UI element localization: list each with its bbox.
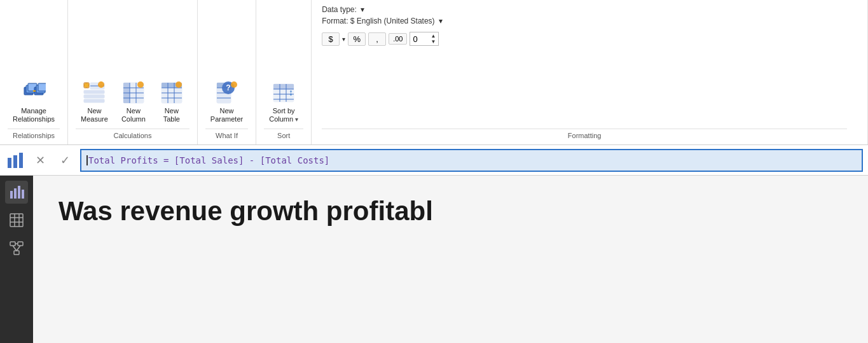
manage-relationships-icon xyxy=(21,80,46,106)
decimal-spinner[interactable]: ▲ ▼ xyxy=(431,33,436,45)
content-area: Was revenue growth profitabl xyxy=(33,176,868,343)
whatif-group-items: ? New Parameter xyxy=(205,5,248,126)
decimal-places-input[interactable] xyxy=(413,34,431,44)
formula-confirm-button[interactable]: ✓ xyxy=(55,151,75,170)
svg-rect-64 xyxy=(18,242,23,246)
manage-relationships-button[interactable]: Manage Relationships xyxy=(8,78,60,126)
new-table-label: New Table xyxy=(163,107,180,123)
relationships-group: Manage Relationships Relationships xyxy=(0,0,68,144)
decimal-button[interactable]: .00 xyxy=(389,33,407,45)
new-column-svg xyxy=(122,81,145,104)
dollar-button[interactable]: $ xyxy=(322,32,340,46)
svg-rect-65 xyxy=(14,251,19,255)
sort-dropdown-arrow-icon: ▾ xyxy=(295,116,298,123)
sort-group-label: Sort xyxy=(264,129,303,139)
percent-button[interactable]: % xyxy=(348,32,366,46)
data-type-row: Data type: ▾ xyxy=(322,5,442,14)
formula-input-area[interactable]: Total Profits = [Total Sales] - [Total C… xyxy=(80,149,863,172)
new-measure-label: New Measure xyxy=(81,107,108,123)
svg-rect-57 xyxy=(22,190,24,199)
manage-rel-svg xyxy=(22,81,46,105)
svg-rect-51 xyxy=(8,158,11,168)
sidebar-icon-report[interactable] xyxy=(5,181,28,204)
new-table-svg xyxy=(160,81,183,104)
manage-relationships-label: Manage Relationships xyxy=(13,107,55,123)
new-column-label: New Column xyxy=(121,107,146,123)
ribbon: Manage Relationships Relationships xyxy=(0,0,868,145)
new-param-l2: Parameter xyxy=(210,115,243,123)
svg-rect-54 xyxy=(10,191,13,199)
svg-point-26 xyxy=(137,81,144,88)
svg-rect-5 xyxy=(38,83,46,91)
data-type-dropdown[interactable]: ▾ xyxy=(361,5,364,14)
new-table-l2: Table xyxy=(163,115,180,123)
main-area: Was revenue growth profitabl xyxy=(0,176,868,343)
svg-rect-13 xyxy=(84,99,104,102)
sort-by-column-label: Sort by Column ▾ xyxy=(269,107,298,123)
decimal-places-box: ▲ ▼ xyxy=(410,32,439,46)
formula-cancel-button[interactable]: ✕ xyxy=(31,151,50,170)
whatif-group: ? New Parameter What If xyxy=(198,0,256,144)
format-dropdown-arrow[interactable]: ▾ xyxy=(439,17,443,25)
whatif-group-label: What If xyxy=(205,129,248,139)
schema-icon xyxy=(10,241,24,255)
new-column-button[interactable]: New Column xyxy=(116,78,151,126)
relationships-group-items: Manage Relationships xyxy=(8,5,60,126)
new-parameter-svg: ? xyxy=(216,81,238,104)
new-parameter-icon: ? xyxy=(214,80,240,106)
new-column-l1: New xyxy=(127,107,141,115)
comma-button[interactable]: , xyxy=(368,32,386,46)
spinner-down[interactable]: ▼ xyxy=(431,39,436,45)
svg-rect-55 xyxy=(14,188,17,199)
new-column-l2: Column xyxy=(121,115,146,123)
sidebar-icon-data[interactable] xyxy=(5,209,28,232)
calculations-group-label: Calculations xyxy=(76,129,189,139)
new-measure-l2: Measure xyxy=(81,115,108,123)
format-row: Format: $ English (United States) ▾ xyxy=(322,17,442,25)
svg-rect-52 xyxy=(13,155,17,168)
new-param-l1: New xyxy=(220,107,234,115)
svg-rect-12 xyxy=(84,95,104,98)
number-format-row: $ ▾ % , .00 ▲ ▼ xyxy=(322,32,442,46)
dollar-dropdown-arrow-icon[interactable]: ▾ xyxy=(342,36,345,43)
sort-l1: Sort by xyxy=(273,107,295,115)
svg-rect-63 xyxy=(10,242,15,246)
manage-label-2: Relationships xyxy=(13,115,55,123)
sort-column-svg: ↕ xyxy=(272,81,295,104)
manage-label-1: Manage xyxy=(21,107,46,115)
sort-by-column-button[interactable]: ↕ Sort by Column ▾ xyxy=(264,78,303,126)
bar-chart-icon xyxy=(9,185,24,200)
calculations-group-items: New Measure xyxy=(76,5,189,126)
formula-text[interactable]: Total Profits = [Total Sales] - [Total C… xyxy=(88,155,329,165)
svg-point-7 xyxy=(84,83,89,88)
svg-line-68 xyxy=(13,246,17,251)
svg-rect-56 xyxy=(18,186,20,199)
new-measure-l1: New xyxy=(87,107,101,115)
sidebar-icon-model[interactable] xyxy=(5,237,28,260)
new-table-icon xyxy=(159,80,184,106)
spinner-up[interactable]: ▲ xyxy=(431,33,436,39)
sort-l2: Column xyxy=(269,115,293,123)
svg-text:↕: ↕ xyxy=(289,87,293,97)
format-label: Format: $ English (United States) xyxy=(322,17,434,25)
data-type-label: Data type: xyxy=(322,5,357,14)
relationships-group-label: Relationships xyxy=(8,129,60,139)
new-measure-icon xyxy=(81,80,107,106)
svg-line-67 xyxy=(17,246,20,251)
new-measure-svg xyxy=(83,81,106,104)
new-table-button[interactable]: New Table xyxy=(154,78,189,126)
formula-cursor xyxy=(86,155,88,165)
new-parameter-button[interactable]: ? New Parameter xyxy=(205,78,248,126)
svg-rect-58 xyxy=(10,214,23,227)
new-column-icon xyxy=(121,80,146,106)
svg-text:?: ? xyxy=(226,83,230,92)
formatting-top: Data type: ▾ Format: $ English (United S… xyxy=(322,5,442,126)
left-sidebar xyxy=(0,176,33,343)
sort-by-column-icon: ↕ xyxy=(271,80,296,106)
new-measure-button[interactable]: New Measure xyxy=(76,78,113,126)
new-parameter-label: New Parameter xyxy=(210,107,243,123)
formula-bar: ✕ ✓ Total Profits = [Total Sales] - [Tot… xyxy=(0,145,868,176)
table-icon xyxy=(10,213,24,227)
svg-rect-11 xyxy=(84,90,104,94)
sort-group-items: ↕ Sort by Column ▾ xyxy=(264,5,303,126)
